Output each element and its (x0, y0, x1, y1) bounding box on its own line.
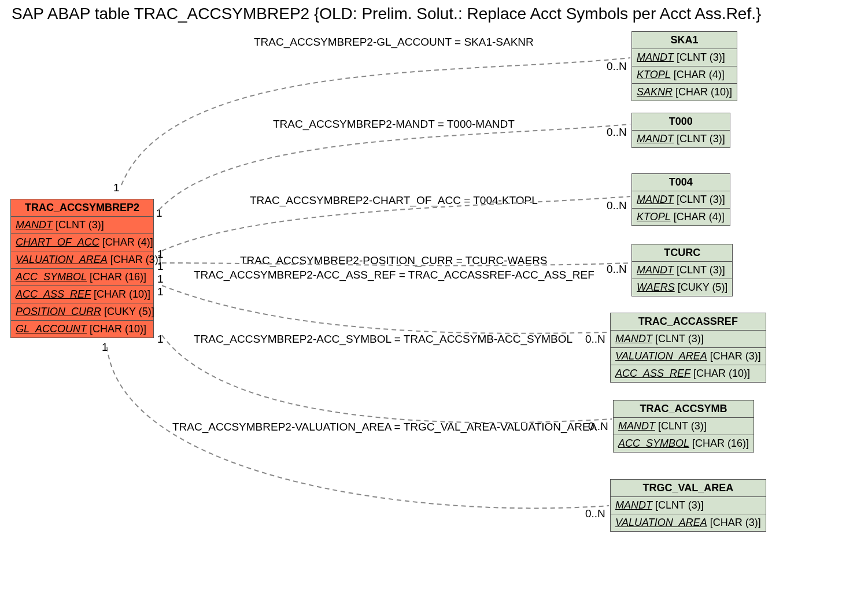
entity-field: SAKNR [CHAR (10)] (632, 84, 737, 101)
entity-field: MANDT [CLNT (3)] (611, 497, 766, 514)
entity-field: ACC_SYMBOL [CHAR (16)] (614, 435, 754, 452)
entity-field: MANDT [CLNT (3)] (632, 262, 732, 279)
entity-header: TRAC_ACCSYMB (614, 401, 754, 418)
entity-field: ACC_ASS_REF [CHAR (10)] (11, 286, 153, 303)
entity-field: MANDT [CLNT (3)] (632, 49, 737, 66)
entity-field: VALUATION_AREA [CHAR (3)] (11, 251, 153, 269)
cardinality-target: 0..N (585, 333, 605, 346)
cardinality-source: 1 (157, 260, 164, 273)
relation-label: TRAC_ACCSYMBREP2-CHART_OF_ACC = T004-KTO… (250, 194, 538, 207)
entity-accassref: TRAC_ACCASSREFMANDT [CLNT (3)]VALUATION_… (610, 313, 766, 383)
entity-field: MANDT [CLNT (3)] (632, 191, 730, 209)
entity-field: ACC_ASS_REF [CHAR (10)] (611, 365, 766, 382)
entity-field: KTOPL [CHAR (4)] (632, 209, 730, 225)
cardinality-target: 0..N (588, 420, 608, 433)
entity-field: MANDT [CLNT (3)] (11, 217, 153, 234)
cardinality-target: 0..N (585, 507, 605, 520)
relation-label: TRAC_ACCSYMBREP2-POSITION_CURR = TCURC-W… (240, 254, 548, 267)
entity-header: TRAC_ACCASSREF (611, 313, 766, 331)
entity-field: MANDT [CLNT (3)] (632, 131, 730, 147)
cardinality-target: 0..N (607, 126, 627, 139)
cardinality-source: 1 (157, 273, 164, 285)
entity-field: GL_ACCOUNT [CHAR (10)] (11, 321, 153, 338)
entity-accsymb: TRAC_ACCSYMBMANDT [CLNT (3)]ACC_SYMBOL [… (613, 400, 754, 453)
entity-field: WAERS [CUKY (5)] (632, 279, 732, 296)
relation-label: TRAC_ACCSYMBREP2-ACC_SYMBOL = TRAC_ACCSY… (194, 333, 572, 346)
entity-field: VALUATION_AREA [CHAR (3)] (611, 348, 766, 365)
entity-header: TRAC_ACCSYMBREP2 (11, 199, 153, 217)
cardinality-source: 1 (102, 341, 108, 354)
entity-field: KTOPL [CHAR (4)] (632, 66, 737, 84)
page-title: SAP ABAP table TRAC_ACCSYMBREP2 {OLD: Pr… (12, 5, 761, 23)
entity-t004: T004MANDT [CLNT (3)]KTOPL [CHAR (4)] (631, 173, 730, 226)
relation-edge (162, 285, 609, 333)
cardinality-target: 0..N (607, 263, 627, 276)
relation-label: TRAC_ACCSYMBREP2-GL_ACCOUNT = SKA1-SAKNR (254, 36, 534, 49)
entity-field: ACC_SYMBOL [CHAR (16)] (11, 269, 153, 286)
cardinality-source: 1 (113, 181, 120, 194)
entity-field: POSITION_CURR [CUKY (5)] (11, 303, 153, 321)
cardinality-source: 1 (157, 285, 164, 298)
relation-label: TRAC_ACCSYMBREP2-VALUATION_AREA = TRGC_V… (172, 421, 597, 433)
entity-field: MANDT [CLNT (3)] (611, 331, 766, 348)
cardinality-source: 1 (157, 333, 164, 346)
entity-t000: T000MANDT [CLNT (3)] (631, 113, 730, 148)
entity-trac-accsymbrep2: TRAC_ACCSYMBREP2 MANDT [CLNT (3)]CHART_O… (10, 199, 154, 338)
relation-label: TRAC_ACCSYMBREP2-MANDT = T000-MANDT (273, 118, 515, 131)
entity-header: T004 (632, 174, 730, 191)
entity-tcurc: TCURCMANDT [CLNT (3)]WAERS [CUKY (5)] (631, 244, 733, 296)
cardinality-source: 1 (157, 248, 164, 261)
entity-header: T000 (632, 113, 730, 131)
entity-header: TRGC_VAL_AREA (611, 480, 766, 497)
entity-field: MANDT [CLNT (3)] (614, 418, 754, 435)
relation-label: TRAC_ACCSYMBREP2-ACC_ASS_REF = TRAC_ACCA… (194, 269, 594, 281)
cardinality-source: 1 (156, 207, 162, 220)
relation-edge (162, 335, 612, 422)
entity-field: CHART_OF_ACC [CHAR (4)] (11, 234, 153, 251)
cardinality-target: 0..N (607, 199, 627, 212)
entity-header: TCURC (632, 244, 732, 262)
entity-valarea: TRGC_VAL_AREAMANDT [CLNT (3)]VALUATION_A… (610, 479, 766, 532)
entity-field: VALUATION_AREA [CHAR (3)] (611, 514, 766, 531)
entity-ska1: SKA1MANDT [CLNT (3)]KTOPL [CHAR (4)]SAKN… (631, 31, 737, 101)
cardinality-target: 0..N (607, 60, 627, 73)
entity-header: SKA1 (632, 32, 737, 49)
